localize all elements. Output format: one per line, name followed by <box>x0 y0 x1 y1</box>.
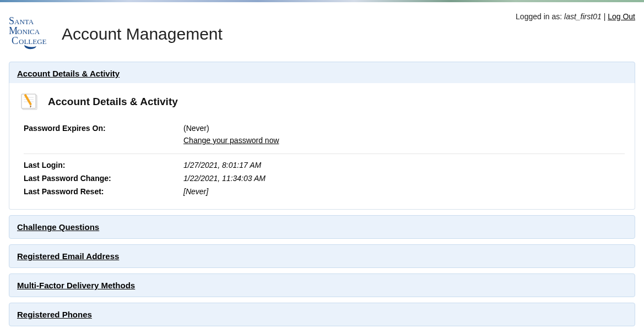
label-last-pw-change: Last Password Change: <box>24 174 183 183</box>
svg-text:C: C <box>12 35 18 46</box>
smc-logo: S ANTA M ONICA C OLLEGE <box>9 13 55 51</box>
panel-link-account-details[interactable]: Account Details & Activity <box>17 69 120 78</box>
label-last-login: Last Login: <box>24 161 183 169</box>
label-last-pw-reset: Last Password Reset: <box>24 187 183 196</box>
panel-header-registered-phones[interactable]: Registered Phones <box>9 303 635 326</box>
panel-header-registered-email[interactable]: Registered Email Address <box>9 244 635 268</box>
svg-text:M: M <box>9 25 18 36</box>
notepad-edit-icon <box>19 92 41 112</box>
panel-link-registered-email[interactable]: Registered Email Address <box>17 251 119 261</box>
detail-separator <box>24 154 625 154</box>
panel-link-registered-phones[interactable]: Registered Phones <box>17 310 92 319</box>
page-title: Account Management <box>62 25 223 43</box>
detail-grid: Password Expires On: (Never) Change your… <box>24 122 625 198</box>
current-username: last_first01 <box>564 12 602 21</box>
logo-title-area: S ANTA M ONICA C OLLEGE Account Manageme… <box>9 13 223 51</box>
header: S ANTA M ONICA C OLLEGE Account Manageme… <box>0 2 644 56</box>
value-last-login: 1/27/2021, 8:01:17 AM <box>183 161 261 169</box>
panel-link-challenge-questions[interactable]: Challenge Questions <box>17 222 99 232</box>
svg-text:ANTA: ANTA <box>14 18 34 26</box>
row-change-password: Change your password now <box>24 135 625 150</box>
row-password-expires: Password Expires On: (Never) <box>24 122 625 135</box>
logout-link[interactable]: Log Out <box>608 12 635 21</box>
row-last-login: Last Login: 1/27/2021, 8:01:17 AM <box>24 158 625 172</box>
details-title-row: Account Details & Activity <box>19 92 625 112</box>
change-password-link[interactable]: Change your password now <box>183 136 279 145</box>
row-last-pw-change: Last Password Change: 1/22/2021, 11:34:0… <box>24 172 625 185</box>
details-body-title: Account Details & Activity <box>48 96 178 108</box>
login-info: Logged in as: last_first01 | Log Out <box>516 12 635 21</box>
value-password-expires: (Never) <box>183 124 209 133</box>
account-details-body: Account Details & Activity Password Expi… <box>9 83 635 210</box>
panel-header-mfa-methods[interactable]: Multi-Factor Delivery Methods <box>9 273 635 297</box>
panel-link-mfa-methods[interactable]: Multi-Factor Delivery Methods <box>17 281 135 290</box>
content-area: Account Details & Activity Account Detai… <box>0 62 644 334</box>
svg-text:ONICA: ONICA <box>17 28 40 36</box>
logged-in-prefix: Logged in as: <box>516 12 564 21</box>
panel-header-account-details[interactable]: Account Details & Activity <box>9 62 635 85</box>
panel-header-challenge-questions[interactable]: Challenge Questions <box>9 215 635 239</box>
value-last-pw-reset: [Never] <box>183 187 208 196</box>
svg-text:OLLEGE: OLLEGE <box>19 37 47 46</box>
row-last-pw-reset: Last Password Reset: [Never] <box>24 185 625 198</box>
svg-text:S: S <box>9 15 14 26</box>
login-separator: | <box>602 12 608 21</box>
label-password-expires: Password Expires On: <box>24 124 183 133</box>
value-last-pw-change: 1/22/2021, 11:34:03 AM <box>183 174 266 183</box>
